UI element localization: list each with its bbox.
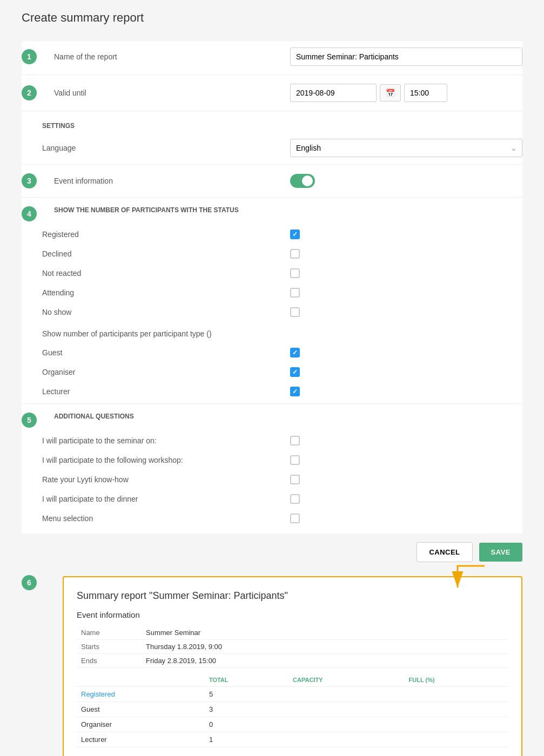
lecturer-row: Lecturer bbox=[22, 382, 522, 401]
organiser-label: Organiser bbox=[42, 368, 290, 376]
table-row: Organiser 0 bbox=[77, 717, 508, 732]
section6-container: 6 Summary report "Summer Seminar: Partic… bbox=[22, 571, 522, 756]
report-name-value-container bbox=[290, 48, 522, 66]
not-reacted-label: Not reacted bbox=[42, 269, 290, 278]
attending-checkbox-wrapper[interactable] bbox=[290, 288, 522, 298]
registered-row: Registered bbox=[22, 225, 522, 244]
attending-label: Attending bbox=[42, 288, 290, 297]
guest-label: Guest bbox=[42, 348, 290, 357]
q1-checkbox[interactable] bbox=[290, 436, 300, 446]
registered-label: Registered bbox=[42, 230, 290, 239]
organiser-capacity bbox=[288, 717, 405, 732]
registered-checkbox[interactable] bbox=[290, 230, 300, 239]
preview-event-table: Name Summer Seminar Starts Thursday 1.8.… bbox=[77, 626, 508, 668]
q3-checkbox-wrapper[interactable] bbox=[290, 475, 522, 484]
event-info-toggle[interactable] bbox=[290, 174, 522, 188]
event-info-toggle-container bbox=[290, 174, 522, 188]
not-reacted-checkbox-container bbox=[290, 268, 522, 278]
q4-checkbox-container bbox=[290, 494, 522, 504]
language-select-wrapper: English ⌄ bbox=[290, 139, 522, 157]
section4-label: SHOW THE NUMBER OF PARTICIPANTS WITH THE… bbox=[54, 206, 522, 214]
guest-checkbox-wrapper[interactable] bbox=[290, 348, 522, 357]
lecturer-label: Lecturer bbox=[42, 387, 290, 396]
q2-checkbox-wrapper[interactable] bbox=[290, 455, 522, 465]
lecturer-checkbox-wrapper[interactable] bbox=[290, 387, 522, 396]
time-input[interactable] bbox=[404, 84, 447, 102]
guest-full bbox=[405, 702, 508, 717]
q5-row: Menu selection bbox=[22, 509, 522, 528]
q4-label: I will participate to the dinner bbox=[42, 495, 290, 503]
table-row: Registered 5 bbox=[77, 687, 508, 702]
valid-until-row: 2 Valid until 📅 bbox=[22, 77, 522, 109]
toggle-slider bbox=[290, 174, 315, 188]
lecturer-total: 1 bbox=[205, 732, 288, 747]
save-button[interactable]: SAVE bbox=[479, 543, 522, 562]
guest-checkbox-container bbox=[290, 348, 522, 357]
report-name-input[interactable] bbox=[290, 48, 522, 66]
q3-checkbox[interactable] bbox=[290, 475, 300, 484]
no-show-checkbox-wrapper[interactable] bbox=[290, 307, 522, 317]
no-show-checkbox[interactable] bbox=[290, 307, 300, 317]
q4-checkbox[interactable] bbox=[290, 494, 300, 504]
preview-title: Summary report "Summer Seminar: Particip… bbox=[77, 590, 508, 602]
table-row: TOTAL CAPACITY FULL (%) bbox=[77, 673, 508, 687]
organiser-checkbox-wrapper[interactable] bbox=[290, 367, 522, 377]
participants-per-type-label: Show number of participants per particip… bbox=[42, 329, 522, 338]
date-time-row: 📅 bbox=[290, 84, 522, 102]
registered-checkbox-wrapper[interactable] bbox=[290, 230, 522, 239]
calendar-button[interactable]: 📅 bbox=[380, 84, 401, 102]
declined-checkbox-wrapper[interactable] bbox=[290, 249, 522, 259]
registered-checkbox-container bbox=[290, 230, 522, 239]
organiser-row: Organiser bbox=[22, 362, 522, 382]
table-row: Lecturer 1 bbox=[77, 732, 508, 747]
q1-checkbox-wrapper[interactable] bbox=[290, 436, 522, 446]
table-row: Starts Thursday 1.8.2019, 9:00 bbox=[77, 640, 508, 654]
section4-row: 4 SHOW THE NUMBER OF PARTICIPANTS WITH T… bbox=[22, 200, 522, 225]
participants-per-type-row: Show number of participants per particip… bbox=[22, 322, 522, 343]
guest-capacity bbox=[288, 702, 405, 717]
lecturer-checkbox[interactable] bbox=[290, 387, 300, 396]
attending-checkbox[interactable] bbox=[290, 288, 300, 298]
q5-checkbox-wrapper[interactable] bbox=[290, 514, 522, 523]
step-3-circle: 3 bbox=[22, 173, 37, 188]
q5-checkbox[interactable] bbox=[290, 514, 300, 523]
declined-checkbox-container bbox=[290, 249, 522, 259]
q4-row: I will participate to the dinner bbox=[22, 489, 522, 509]
ends-label: Ends bbox=[77, 654, 142, 668]
q2-label: I will participate to the following work… bbox=[42, 456, 290, 464]
q2-checkbox[interactable] bbox=[290, 455, 300, 465]
section5-row: 5 ADDITIONAL QUESTIONS bbox=[22, 406, 522, 431]
registered-capacity bbox=[288, 687, 405, 702]
attending-checkbox-container bbox=[290, 288, 522, 298]
not-reacted-row: Not reacted bbox=[22, 264, 522, 283]
registered-full bbox=[405, 687, 508, 702]
q3-label: Rate your Lyyti know-how bbox=[42, 475, 290, 484]
starts-label: Starts bbox=[77, 640, 142, 654]
declined-checkbox[interactable] bbox=[290, 249, 300, 259]
capacity-col-header: CAPACITY bbox=[288, 673, 405, 687]
language-select[interactable]: English bbox=[290, 139, 522, 157]
not-reacted-checkbox-wrapper[interactable] bbox=[290, 268, 522, 278]
event-info-row: 3 Event information bbox=[22, 167, 522, 195]
not-reacted-checkbox[interactable] bbox=[290, 268, 300, 278]
language-label: Language bbox=[42, 144, 290, 152]
toggle-label[interactable] bbox=[290, 174, 315, 188]
date-input[interactable] bbox=[290, 84, 377, 102]
language-row: Language English ⌄ bbox=[22, 134, 522, 162]
preview-wrapper: Summary report "Summer Seminar: Particip… bbox=[63, 571, 522, 756]
guest-row: Guest bbox=[22, 343, 522, 362]
cancel-button[interactable]: CANCEL bbox=[417, 542, 472, 562]
step-4-circle: 4 bbox=[22, 206, 37, 221]
q4-checkbox-wrapper[interactable] bbox=[290, 494, 522, 504]
organiser-checkbox-container bbox=[290, 367, 522, 377]
step-5-circle: 5 bbox=[22, 413, 37, 428]
guest-checkbox[interactable] bbox=[290, 348, 300, 357]
guest-total: 3 bbox=[205, 702, 288, 717]
guest-stat-label: Guest bbox=[77, 702, 205, 717]
step-2-circle: 2 bbox=[22, 85, 37, 100]
step-6-label: 6 bbox=[22, 571, 54, 590]
form-section: 1 Name of the report 2 Valid until 📅 SET… bbox=[22, 41, 522, 534]
organiser-checkbox[interactable] bbox=[290, 367, 300, 377]
q5-label: Menu selection bbox=[42, 514, 290, 523]
step-6-circle: 6 bbox=[22, 575, 37, 590]
